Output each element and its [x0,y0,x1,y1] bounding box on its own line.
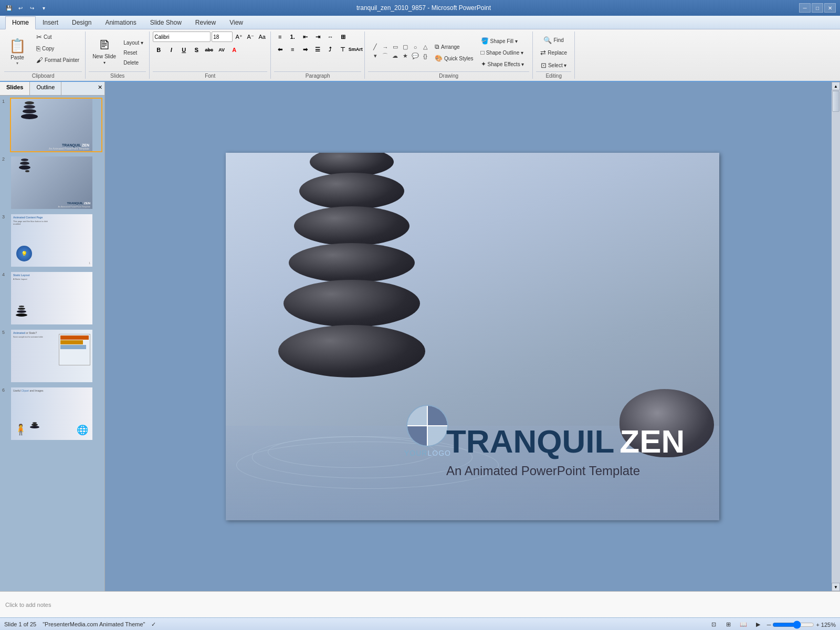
outline-tab[interactable]: Outline [30,82,61,95]
editing-group: 🔍 Find ⇄ Replace ⊡ Select ▾ Editing [533,32,575,79]
bold-button[interactable]: B [153,45,164,55]
text-direction-btn[interactable]: ⤴ [324,44,336,55]
tab-insert[interactable]: Insert [36,16,65,29]
arrow-shape-btn[interactable]: → [381,43,390,51]
italic-button[interactable]: I [165,45,177,55]
roundrect-shape-btn[interactable]: ▢ [401,43,410,51]
more-shapes-btn[interactable]: ▾ [371,52,380,60]
shape-fill-button[interactable]: 🪣 Shape Fill ▾ [478,36,527,46]
charspacing-button[interactable]: AV [216,45,227,55]
logo-circle [406,405,448,447]
slides-tab[interactable]: Slides [0,82,30,95]
numbered-list-btn[interactable]: 1. [287,32,298,42]
tab-slideshow[interactable]: Slide Show [143,16,188,29]
copy-button[interactable]: ⎘ Copy [34,43,82,54]
slide-canvas[interactable]: YOURLOGO TRANQUILZEN An Animated PowerPo… [226,153,719,520]
reset-button[interactable]: Reset [121,48,146,57]
scroll-down-btn[interactable]: ▼ [832,583,840,591]
increase-indent-btn[interactable]: ⇥ [312,32,323,42]
bullet-list-btn[interactable]: ≡ [274,32,286,42]
slide-thumbnail-2[interactable]: 2 TRANQUIL ZEN An Animated PowerPoint Te… [2,155,102,210]
fontcolor-button[interactable]: A [228,45,240,55]
decrease-indent-btn[interactable]: ⇤ [299,32,311,42]
vertical-scrollbar[interactable]: ▲ ▼ [832,82,840,591]
slide-sorter-btn[interactable]: ⊞ [723,620,734,629]
tab-home[interactable]: Home [5,16,36,29]
slideshow-btn[interactable]: ▶ [752,620,764,629]
star-shape-btn[interactable]: ★ [401,52,410,60]
redo-quick-btn[interactable]: ↪ [27,3,37,13]
notes-bar[interactable]: Click to add notes [0,591,840,617]
zoom-slider[interactable] [772,621,814,629]
align-right-btn[interactable]: ➡ [299,44,311,55]
align-center-btn[interactable]: ≡ [287,44,298,55]
align-text-btn[interactable]: ⊤ [337,44,349,55]
restore-button[interactable]: □ [812,3,823,13]
close-panel-btn[interactable]: ✕ [96,82,104,95]
quick-styles-button[interactable]: 🎨 Quick Styles [432,53,476,64]
close-button[interactable]: ✕ [824,3,836,13]
tab-view[interactable]: View [223,16,250,29]
scroll-up-btn[interactable]: ▲ [832,82,840,90]
customize-quick-btn[interactable]: ▾ [39,3,48,13]
slide-thumbnail-6[interactable]: 6 Useful Clipart and Images 🧍 🌐 [2,386,102,441]
callout-shape-btn[interactable]: 💬 [411,52,420,60]
strikethrough-button[interactable]: abc [203,45,215,55]
delete-button[interactable]: Delete [121,58,146,67]
undo-quick-btn[interactable]: ↩ [16,3,25,13]
arrange-button[interactable]: ⧉ Arrange [432,41,463,52]
zoom-out-btn[interactable]: ─ [767,622,771,628]
bracket-shape-btn[interactable]: {} [421,52,430,60]
font-size-input[interactable] [212,32,233,42]
layout-button[interactable]: Layout▾ [121,38,146,47]
tab-design[interactable]: Design [65,16,98,29]
editing-label: Editing [536,71,571,79]
normal-view-btn[interactable]: ⊡ [708,620,720,629]
align-left-btn[interactable]: ⬅ [274,44,286,55]
cut-button[interactable]: ✂ Cut [34,32,82,43]
replace-button[interactable]: ⇄ Replace [538,47,570,58]
format-painter-button[interactable]: 🖌 Format Painter [34,55,82,66]
window-title: tranquil_zen_2010_9857 - Microsoft Power… [48,4,799,12]
paste-button[interactable]: 📋 Paste ▾ [4,35,30,68]
oval-shape-btn[interactable]: ○ [411,43,420,51]
increase-font-btn[interactable]: A⁺ [234,32,244,42]
shadow-button[interactable]: S [191,45,202,55]
find-button[interactable]: 🔍 Find [541,35,566,46]
curve-shape-btn[interactable]: ⌒ [381,52,390,60]
rect-shape-btn[interactable]: ▭ [391,43,400,51]
new-slide-button[interactable]: 🖹 New Slide ▾ [89,35,120,68]
scroll-thumb[interactable] [832,91,839,112]
line-shape-btn[interactable]: ╱ [371,43,380,51]
slide-thumbnail-4[interactable]: 4 Static Layout A Static Layout [2,271,102,326]
shape-outline-button[interactable]: □ Shape Outline ▾ [478,47,527,58]
quick-access-toolbar: 💾 ↩ ↪ ▾ [4,3,48,13]
slides-list[interactable]: 1 TRANQUIL ZEN An Animated PowerPoint Te… [0,96,104,591]
slide-title: TRANQUILZEN [446,424,698,459]
slide-thumbnail-3[interactable]: 3 Animated Content Page This page and th… [2,213,102,268]
tab-animations[interactable]: Animations [98,16,143,29]
justify-btn[interactable]: ☰ [312,44,323,55]
ribbon: 📋 Paste ▾ ✂ Cut ⎘ Copy 🖌 Format Painter [0,29,840,82]
minimize-button[interactable]: ─ [799,3,811,13]
shape-effects-button[interactable]: ✦ Shape Effects ▾ [478,59,527,69]
tri-shape-btn[interactable]: △ [421,43,430,51]
reading-view-btn[interactable]: 📖 [738,620,749,629]
smartart-btn[interactable]: SmArt [350,44,361,55]
stones-stack [278,153,425,452]
underline-button[interactable]: U [178,45,190,55]
slides-label: Slides [89,71,146,79]
spell-check-icon[interactable]: ✓ [151,621,156,628]
select-button[interactable]: ⊡ Select ▾ [538,60,570,71]
columns-btn[interactable]: ⊞ [337,32,349,42]
clear-format-btn[interactable]: Aa [257,32,267,42]
tab-review[interactable]: Review [188,16,223,29]
decrease-font-btn[interactable]: A⁻ [245,32,256,42]
slide-thumbnail-5[interactable]: 5 Animated or Static? Some sample text f… [2,329,102,383]
slide-thumbnail-1[interactable]: 1 TRANQUIL ZEN An Animated PowerPoint Te… [2,98,102,152]
font-name-input[interactable] [153,32,211,42]
zoom-in-btn[interactable]: + [816,622,819,628]
cloud-shape-btn[interactable]: ☁ [391,52,400,60]
rtl-btn[interactable]: ↔ [324,32,336,42]
save-quick-btn[interactable]: 💾 [4,3,14,13]
